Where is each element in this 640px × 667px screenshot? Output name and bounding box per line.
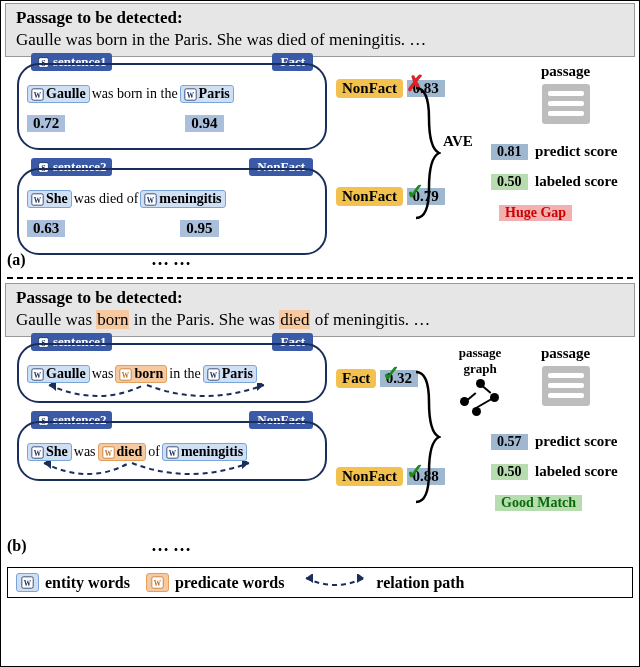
ellipsis: ……	[151, 535, 195, 556]
svg-text:W: W	[122, 370, 130, 379]
word-icon: W	[31, 193, 44, 206]
plain-text: Gaulle was	[16, 310, 96, 329]
legend: W entity words W predicate words relatio…	[7, 567, 633, 598]
svg-text:W: W	[34, 370, 42, 379]
entity-chip: W meningitis	[140, 190, 225, 208]
labeled-label: labeled score	[535, 463, 618, 479]
plain-word: was	[92, 366, 114, 382]
sentence-block-b2: S sentence2 NonFact WShe was Wdied of Wm…	[17, 421, 327, 481]
svg-text:W: W	[24, 579, 32, 588]
word-icon: W	[21, 576, 34, 589]
predicate-highlight: born	[96, 310, 129, 329]
svg-marker-37	[357, 574, 364, 583]
word-icon: W	[119, 368, 132, 381]
sentence-block-b1: S sentence1 Fact WGaulle was Wborn in th…	[17, 343, 327, 403]
word-icon: W	[102, 446, 115, 459]
predict-label: predict score	[535, 143, 617, 159]
svg-text:W: W	[34, 448, 42, 457]
brace-icon	[411, 367, 441, 507]
passage-box-a: Passage to be detected: Gaulle was born …	[5, 3, 635, 57]
word-icon: W	[144, 193, 157, 206]
section-label-a: (a)	[7, 251, 26, 269]
sentence-block-a1: S sentence1 Fact W Gaulle was born in th…	[17, 63, 327, 150]
sentence-block-a2: S sentence2 NonFact W She was died of W …	[17, 168, 327, 255]
relation-path-icon	[300, 574, 370, 592]
passage-text-a: Gaulle was born in the Paris. She was di…	[16, 30, 624, 50]
entity-word: Paris	[222, 366, 253, 382]
word-icon: W	[31, 446, 44, 459]
passage-text-b: Gaulle was born in the Paris. She was di…	[16, 310, 624, 330]
entity-chip: W Gaulle	[27, 85, 90, 103]
legend-entity: W entity words	[16, 573, 130, 592]
entity-word: Gaulle	[46, 86, 86, 102]
plain-text: of meningitis. …	[310, 310, 430, 329]
ellipsis: ……	[151, 249, 195, 270]
entity-word: Paris	[199, 86, 230, 102]
plain-word: was died of	[74, 191, 139, 207]
svg-text:W: W	[154, 579, 162, 588]
svg-text:W: W	[186, 90, 194, 99]
ave-label: AVE	[443, 133, 473, 150]
svg-marker-20	[49, 383, 56, 391]
check-icon: ✓	[382, 361, 400, 387]
passage-label: passage	[541, 63, 590, 80]
word-icon: W	[31, 88, 44, 101]
predicate-word: born	[134, 366, 163, 382]
section-label-b: (b)	[7, 537, 27, 555]
pred-pill: Fact	[336, 369, 376, 388]
separator	[7, 277, 633, 279]
passage-box-b: Passage to be detected: Gaulle was born …	[5, 283, 635, 337]
labeled-label: labeled score	[535, 173, 618, 189]
pred-pill: NonFact	[336, 79, 403, 98]
legend-predicate: W predicate words	[146, 573, 284, 592]
legend-relation-label: relation path	[376, 574, 464, 592]
good-chip: Good Match	[495, 495, 582, 511]
plain-word: of	[148, 444, 160, 460]
svg-text:W: W	[104, 448, 112, 457]
entity-word: She	[46, 444, 68, 460]
entity-chip: W Paris	[180, 85, 234, 103]
entity-chip: WShe	[27, 443, 72, 461]
labeled-score-chip: 0.50	[491, 464, 528, 480]
svg-text:W: W	[147, 195, 155, 204]
predicate-chip: Wborn	[115, 365, 167, 383]
svg-marker-36	[306, 574, 313, 583]
relation-path-icon	[19, 383, 309, 409]
predict-score-chip: 0.57	[491, 434, 528, 450]
entity-score: 0.63	[27, 220, 65, 237]
svg-text:W: W	[169, 448, 177, 457]
gap-chip: Huge Gap	[499, 205, 572, 221]
entity-word: She	[46, 191, 68, 207]
passage-graph-label: passage graph	[449, 345, 511, 377]
word-icon: W	[207, 368, 220, 381]
predict-label: predict score	[535, 433, 617, 449]
pred-pill: NonFact	[336, 187, 403, 206]
svg-text:W: W	[34, 195, 42, 204]
predicate-word: died	[117, 444, 143, 460]
predict-score-chip: 0.81	[491, 144, 528, 160]
entity-score: 0.95	[180, 220, 218, 237]
predicate-highlight: died	[279, 310, 310, 329]
legend-entity-label: entity words	[45, 574, 130, 592]
entity-word: Gaulle	[46, 366, 86, 382]
passage-icon	[542, 84, 590, 124]
word-icon: W	[31, 368, 44, 381]
entity-word: meningitis	[181, 444, 243, 460]
entity-chip: WParis	[203, 365, 257, 383]
plain-text: in the Paris. She was	[129, 310, 279, 329]
predicate-chip: Wdied	[98, 443, 147, 461]
entity-chip: W She	[27, 190, 72, 208]
passage-title: Passage to be detected:	[16, 8, 624, 28]
graph-icon	[460, 377, 500, 417]
brace-icon	[411, 83, 441, 223]
word-icon: W	[166, 446, 179, 459]
svg-text:W: W	[34, 90, 42, 99]
passage-title: Passage to be detected:	[16, 288, 624, 308]
svg-marker-30	[44, 461, 51, 469]
entity-score: 0.94	[185, 115, 223, 132]
plain-word: was	[74, 444, 96, 460]
plain-word: in the	[169, 366, 201, 382]
word-icon: W	[184, 88, 197, 101]
relation-path-icon	[19, 461, 309, 487]
word-icon: W	[151, 576, 164, 589]
